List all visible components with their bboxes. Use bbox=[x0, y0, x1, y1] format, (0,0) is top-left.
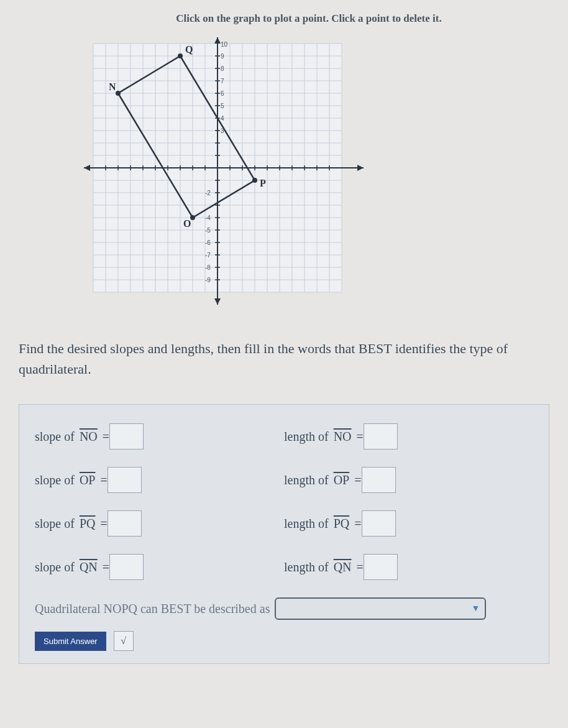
length-pq-label: length of PQ = bbox=[284, 517, 362, 531]
coordinate-graph[interactable]: N O P Q 10 9 8 7 6 5 4 3 -2 -4 -5 -6 -7 … bbox=[81, 37, 549, 313]
svg-marker-45 bbox=[357, 165, 364, 171]
svg-text:-2: -2 bbox=[205, 190, 211, 196]
slope-no-input[interactable] bbox=[109, 423, 144, 449]
point-label-p: P bbox=[260, 178, 266, 188]
point-label-n: N bbox=[109, 81, 116, 92]
describe-label: Quadrilateral NOPQ can BEST be described… bbox=[35, 602, 270, 616]
svg-text:-8: -8 bbox=[205, 264, 211, 271]
plot-instruction: Click on the graph to plot a point. Clic… bbox=[68, 12, 549, 25]
svg-text:10: 10 bbox=[221, 41, 228, 48]
svg-text:-4: -4 bbox=[205, 214, 211, 221]
svg-point-86 bbox=[116, 91, 121, 96]
svg-marker-47 bbox=[214, 37, 221, 44]
svg-text:5: 5 bbox=[221, 103, 224, 109]
slope-pq-input[interactable] bbox=[108, 510, 142, 537]
length-no-input[interactable] bbox=[364, 423, 398, 449]
svg-text:-7: -7 bbox=[205, 252, 211, 259]
slope-qn-input[interactable] bbox=[109, 554, 144, 580]
svg-text:6: 6 bbox=[221, 90, 224, 97]
length-no-label: length of NO = bbox=[284, 430, 364, 444]
chevron-down-icon: ▼ bbox=[472, 604, 480, 614]
slope-no-label: slope of NO = bbox=[35, 430, 109, 444]
length-qn-label: length of QN = bbox=[284, 560, 364, 574]
svg-marker-46 bbox=[84, 165, 90, 171]
question-text: Find the desired slopes and lengths, the… bbox=[19, 338, 549, 379]
svg-text:-6: -6 bbox=[205, 239, 211, 246]
length-op-input[interactable] bbox=[362, 467, 396, 493]
svg-point-89 bbox=[178, 53, 183, 58]
submit-button[interactable]: Submit Answer bbox=[35, 632, 106, 651]
svg-text:-9: -9 bbox=[205, 277, 211, 283]
length-pq-input[interactable] bbox=[362, 510, 396, 537]
point-label-o: O bbox=[183, 218, 191, 229]
svg-text:7: 7 bbox=[221, 78, 224, 85]
length-op-label: length of OP = bbox=[284, 473, 362, 487]
slope-qn-label: slope of QN = bbox=[35, 560, 109, 574]
sqrt-tool-button[interactable]: √ bbox=[114, 631, 134, 651]
slope-op-label: slope of OP = bbox=[35, 473, 108, 487]
point-label-q: Q bbox=[185, 44, 193, 55]
svg-marker-48 bbox=[214, 298, 221, 305]
svg-text:-5: -5 bbox=[205, 227, 211, 234]
svg-text:3: 3 bbox=[221, 127, 224, 134]
svg-point-88 bbox=[252, 178, 257, 183]
slope-pq-label: slope of PQ = bbox=[35, 517, 108, 531]
classification-select[interactable]: ▼ bbox=[275, 597, 486, 620]
answer-panel: slope of NO = length of NO = slope of OP… bbox=[19, 404, 549, 664]
svg-text:8: 8 bbox=[221, 65, 224, 72]
svg-text:4: 4 bbox=[221, 115, 224, 122]
length-qn-input[interactable] bbox=[364, 554, 398, 580]
slope-op-input[interactable] bbox=[108, 467, 142, 493]
svg-text:9: 9 bbox=[221, 53, 224, 60]
